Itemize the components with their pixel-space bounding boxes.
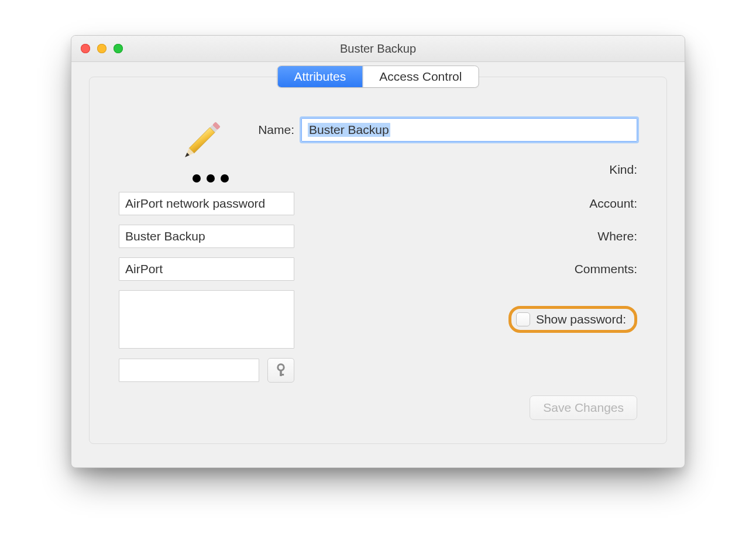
name-value: Buster Backup (308, 123, 390, 137)
svg-point-5 (278, 364, 284, 370)
attributes-panel: Attributes Access Control (89, 77, 667, 444)
tab-segmented-control: Attributes Access Control (277, 66, 479, 88)
where-value: AirPort (125, 262, 163, 276)
keychain-item-window: Buster Backup Attributes Access Control (71, 35, 685, 468)
where-field[interactable]: AirPort (119, 257, 294, 281)
name-field[interactable]: Buster Backup (301, 118, 637, 142)
tab-access-control[interactable]: Access Control (362, 66, 478, 87)
label-show-password: Show password: (536, 312, 626, 326)
password-key-button[interactable] (267, 358, 294, 383)
label-name: Name: (119, 123, 294, 137)
svg-marker-4 (184, 153, 190, 159)
label-where: Where: (301, 229, 637, 243)
key-icon (275, 363, 287, 377)
comments-field[interactable] (119, 290, 294, 349)
save-changes-button[interactable]: Save Changes (530, 395, 637, 420)
svg-rect-7 (280, 374, 284, 376)
account-value: Buster Backup (125, 229, 205, 243)
window-title: Buster Backup (71, 42, 685, 56)
account-field[interactable]: Buster Backup (119, 225, 294, 248)
show-password-annotation: Show password: (508, 306, 637, 333)
tab-attributes[interactable]: Attributes (278, 66, 363, 87)
show-password-checkbox[interactable] (516, 312, 530, 326)
kind-value: AirPort network password (125, 197, 265, 211)
password-field[interactable] (119, 359, 259, 382)
label-account: Account: (301, 197, 637, 211)
label-comments: Comments: (301, 257, 637, 276)
password-dots-icon (193, 174, 242, 183)
label-kind: Kind: (301, 163, 637, 177)
titlebar: Buster Backup (71, 36, 685, 62)
show-password-cell: Show password: (301, 306, 637, 333)
kind-field[interactable]: AirPort network password (119, 192, 294, 215)
svg-marker-3 (183, 148, 194, 160)
